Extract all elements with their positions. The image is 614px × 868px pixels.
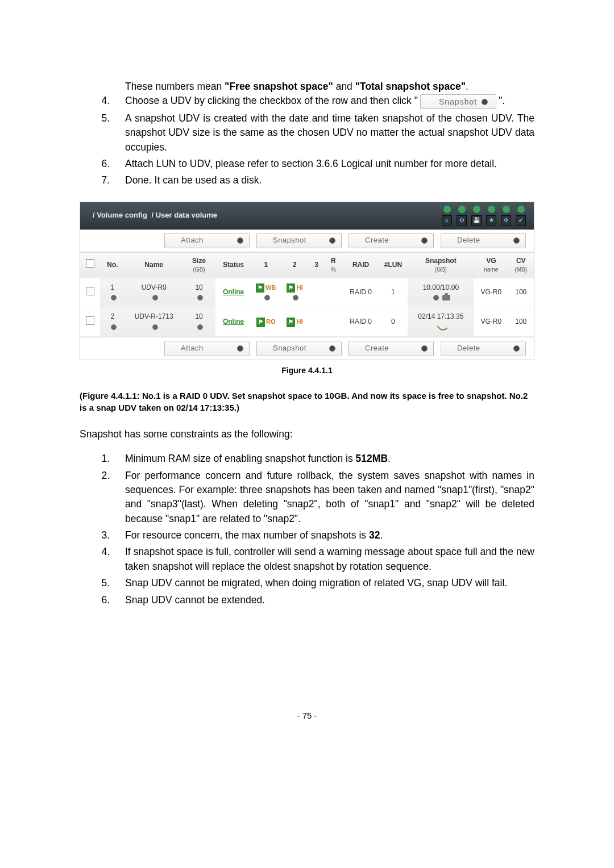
col-status: Status [215,252,251,278]
col-r: R% [324,252,343,278]
row-vg: VG-R0 [474,278,508,307]
row-cv: 100 [508,307,534,337]
help-icon[interactable]: ✔ [516,215,526,226]
figure-header: / Volume config / User data volume ≡ ⚙ 💾… [80,202,534,229]
snapshot-button[interactable]: Snapshot [256,233,342,248]
row-c2: ⚑HI [281,278,309,307]
row-no: 2 [100,307,126,337]
breadcrumb: / Volume config / User data volume [93,210,219,221]
row-r [324,278,343,307]
col-2: 2 [281,252,309,278]
constraint-3: For resource concern, the max number of … [113,528,534,542]
udv-table: No. Name Size(GB) Status 1 2 3 R% RAID #… [80,252,534,337]
action-bar-top: Attach Snapshot Create Delete [80,229,534,252]
constraint-5: Snap UDV cannot be migrated, when doing … [113,576,534,590]
figure-description: (Figure 4.4.1.1: No.1 is a RAID 0 UDV. S… [80,390,534,414]
constraints-list: Minimum RAM size of enabling snapshot fu… [80,452,534,607]
row-r [324,307,343,337]
col-raid: RAID [343,252,379,278]
step-7: Done. It can be used as a disk. [113,173,534,187]
save-icon[interactable]: 💾 [471,215,482,226]
figure-caption: Figure 4.4.1.1 [80,365,534,376]
steps-list-1: Choose a UDV by clicking the checkbox of… [80,94,534,187]
col-vg: VGname [474,252,508,278]
row-vg: VG-R0 [474,307,508,337]
step-5: A snapshot UDV is created with the date … [113,111,534,155]
col-select[interactable] [80,252,100,278]
row-name: UDV-R-1713 [125,307,182,337]
row-snapshot: 10.00/10.00 [408,278,474,307]
row-raid: RAID 0 [343,278,379,307]
constraints-intro: Snapshot has some constraints as the fol… [80,427,534,441]
delete-button[interactable]: Delete [441,233,526,248]
udv-config-figure: / Volume config / User data volume ≡ ⚙ 💾… [80,202,534,360]
camera-icon[interactable] [442,295,450,301]
delete-button[interactable]: Delete [441,341,526,356]
col-cv: CV(MB) [508,252,534,278]
row-lun: 0 [379,307,408,337]
step-6: Attach LUN to UDV, please refer to secti… [113,157,534,171]
create-button[interactable]: Create [349,341,434,356]
row-status: Online [215,278,251,307]
row-status: Online [215,307,251,337]
user-icon[interactable]: ★ [486,215,496,226]
col-3: 3 [309,252,323,278]
row-cv: 100 [508,278,534,307]
constraint-6: Snap UDV cannot be extended. [113,593,534,607]
row-select[interactable] [80,307,100,337]
create-button[interactable]: Create [349,233,434,248]
attach-button[interactable]: Attach [164,341,250,356]
row-c1: ⚑WB [251,278,281,307]
col-size: Size(GB) [182,252,215,278]
constraint-1: Minimum RAM size of enabling snapshot fu… [113,452,534,466]
row-size: 10 [182,278,215,307]
row-no: 1 [100,278,126,307]
snapshot-button-inline[interactable]: Snapshot [420,94,496,109]
intro-line: These numbers mean "Free snapshot space"… [125,80,534,94]
row-c3 [309,278,323,307]
step-4: Choose a UDV by clicking the checkbox of… [113,94,534,109]
row-size: 10 [182,307,215,337]
attach-button[interactable]: Attach [164,233,250,248]
table-row: 1UDV-R010Online⚑WB⚑HIRAID 0110.00/10.00V… [80,278,534,307]
action-bar-bottom: Attach Snapshot Create Delete [80,337,534,360]
col-snapshot: Snapshot(GB) [408,252,474,278]
row-c2: ⚑HI [281,307,309,337]
table-row: 2UDV-R-171310Online⚑RO⚑HIRAID 0002/14 17… [80,307,534,337]
undo-icon[interactable] [437,322,448,333]
col-no: No. [100,252,126,278]
constraint-2: For performance concern and future rollb… [113,469,534,527]
row-raid: RAID 0 [343,307,379,337]
row-select[interactable] [80,278,100,307]
col-name: Name [125,252,182,278]
list-icon[interactable]: ≡ [442,215,452,226]
tool-icon[interactable]: ⚙ [457,215,467,226]
row-c1: ⚑RO [251,307,281,337]
header-icons: ≡ ⚙ 💾 ★ ✣ ✔ [442,206,526,226]
constraint-4: If snapshot space is full, controller wi… [113,545,534,574]
col-lun: #LUN [379,252,408,278]
net-icon[interactable]: ✣ [501,215,511,226]
page-number: - 75 - [80,710,534,722]
row-lun: 1 [379,278,408,307]
row-name: UDV-R0 [125,278,182,307]
col-1: 1 [251,252,281,278]
snapshot-button[interactable]: Snapshot [256,341,342,356]
row-c3 [309,307,323,337]
row-snapshot: 02/14 17:13:35 [408,307,474,337]
